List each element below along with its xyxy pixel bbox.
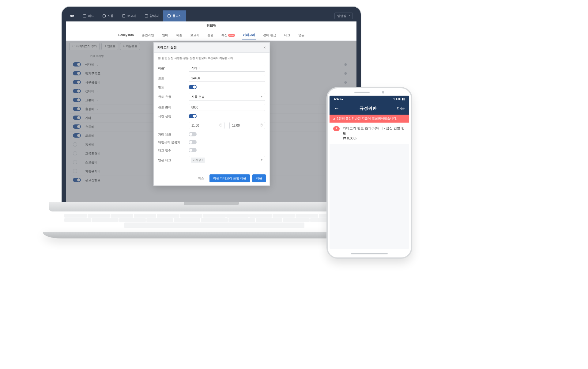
status-signal: •ıl LTE ▮▯	[393, 97, 405, 101]
related-tag-label: 연관 태그	[158, 158, 189, 162]
modal-body: 본 팝업 설정 사항은 공통 설정 사항보다 우선하여 적용됩니다. 이름* 코…	[154, 53, 270, 171]
laptop-mockup: dit 피드 지출 보고서 참석자 폴리시 영업팀 영업팀 Policy Inf…	[61, 6, 368, 238]
limit-label: 한도	[158, 85, 189, 89]
tab-integration[interactable]: 연동	[298, 31, 305, 40]
back-icon[interactable]: ←	[334, 105, 339, 112]
tab-tag[interactable]: 태그	[284, 31, 291, 40]
name-label: 이름*	[158, 66, 189, 70]
laptop-screen-bezel: dit 피드 지출 보고서 참석자 폴리시 영업팀 영업팀 Policy Inf…	[61, 6, 361, 202]
time-to-input[interactable]: 12:00	[229, 122, 265, 129]
time-from-input[interactable]: 11:00	[189, 122, 224, 129]
tab-plan[interactable]: 플랜	[207, 31, 214, 40]
nav-feed[interactable]: 피드	[79, 10, 98, 21]
tab-member[interactable]: 멤버	[161, 31, 169, 40]
document-icon	[122, 14, 125, 17]
camera-icon	[382, 91, 384, 93]
home-indicator	[351, 253, 388, 254]
limit-type-label: 한도 유형	[158, 95, 189, 99]
new-badge: New	[228, 34, 235, 37]
people-icon	[145, 14, 148, 17]
distance-toggle[interactable]	[189, 132, 197, 136]
close-icon[interactable]: ×	[263, 45, 266, 50]
time-toggle[interactable]	[189, 114, 197, 118]
limit-amount-label: 한도 금액	[158, 105, 189, 110]
phone-display: 4:43 ◂ •ıl LTE ▮▯ ← 규정위반 다음 ⊘ 1건의 규정위반된 …	[330, 96, 409, 249]
tag-required-toggle[interactable]	[189, 148, 197, 152]
limit-toggle[interactable]	[189, 85, 197, 89]
laptop-base	[49, 202, 374, 211]
phone-status-bar: 4:43 ◂ •ıl LTE ▮▯	[330, 96, 409, 102]
modal-title: 카테고리 설정	[157, 45, 177, 50]
tab-budget[interactable]: 예산New	[221, 31, 236, 40]
nav-attendee[interactable]: 참석자	[141, 10, 163, 21]
tab-report[interactable]: 보고서	[190, 31, 200, 40]
apply-button[interactable]: 적용	[252, 174, 266, 182]
tag-chip: 미지정×	[191, 158, 205, 163]
violation-count-badge: 1	[333, 126, 340, 131]
violation-text: 카테고리 한도 초과(식대비 - 점심 건별 한도 ₩ 8,000)	[343, 126, 405, 141]
policy-icon	[168, 14, 171, 17]
app-brand: dit	[70, 14, 74, 18]
tab-policy-info[interactable]: Policy Info	[118, 31, 134, 39]
code-input[interactable]	[189, 75, 265, 82]
nav-policy[interactable]: 폴리시	[163, 10, 186, 21]
nondeductible-label: 매입세액 불공제	[158, 140, 189, 145]
modal-description: 본 팝업 설정 사항은 공통 설정 사항보다 우선하여 적용됩니다.	[158, 56, 265, 60]
top-nav: dit 피드 지출 보고서 참석자 폴리시 영업팀	[66, 10, 356, 21]
tab-reimburse[interactable]: 경비 환급	[262, 31, 277, 40]
modal-header: 카테고리 설정 ×	[154, 43, 270, 53]
laptop-keyboard	[64, 214, 364, 232]
tab-category[interactable]: 카테고리	[242, 30, 256, 40]
speaker-icon	[354, 92, 370, 93]
related-tag-select[interactable]: 미지정×	[189, 156, 265, 164]
code-label: 코드	[158, 76, 189, 81]
category-settings-modal: 카테고리 설정 × 본 팝업 설정 사항은 공통 설정 사항보다 우선하여 적용…	[153, 42, 270, 186]
time-separator: -	[226, 124, 227, 127]
phone-app-bar: ← 규정위반 다음	[330, 102, 409, 115]
limit-type-select[interactable]: 지출 건별	[189, 93, 265, 101]
remove-tag-icon[interactable]: ×	[202, 158, 203, 162]
apply-subcategory-button[interactable]: 하위 카테고리 포함 적용	[209, 174, 250, 182]
page-title: 영업팀	[66, 21, 356, 30]
policy-tabs: Policy Info 승인라인 멤버 지출 보고서 플랜 예산New 카테고리…	[66, 30, 356, 40]
name-input[interactable]	[189, 65, 265, 72]
status-time: 4:43 ◂	[334, 97, 343, 101]
phone-bezel: 4:43 ◂ •ıl LTE ▮▯ ← 규정위반 다음 ⊘ 1건의 규정위반된 …	[326, 87, 412, 259]
violation-warning-bar: ⊘ 1건의 규정위반된 지출이 포함되어있습니다.	[330, 115, 409, 123]
limit-amount-input[interactable]	[189, 104, 265, 111]
receipt-icon	[103, 14, 106, 17]
nav-expense[interactable]: 지출	[98, 10, 118, 21]
next-button[interactable]: 다음	[397, 106, 405, 111]
phone-title: 규정위반	[360, 106, 377, 111]
warning-text: 1건의 규정위반된 지출이 포함되어있습니다.	[337, 116, 397, 121]
laptop-display: dit 피드 지출 보고서 참석자 폴리시 영업팀 영업팀 Policy Inf…	[66, 10, 356, 202]
time-label: 시간 설정	[158, 114, 189, 119]
nav-report[interactable]: 보고서	[118, 10, 141, 21]
prohibit-icon: ⊘	[333, 117, 335, 120]
team-selector[interactable]: 영업팀	[334, 13, 353, 19]
distance-label: 거리 체크	[158, 132, 189, 137]
tab-expense[interactable]: 지출	[175, 31, 183, 40]
phone-mockup: 4:43 ◂ •ıl LTE ▮▯ ← 규정위반 다음 ⊘ 1건의 규정위반된 …	[326, 87, 412, 259]
nondeductible-toggle[interactable]	[189, 140, 197, 144]
modal-footer: 취소 하위 카테고리 포함 적용 적용	[154, 171, 270, 185]
tag-required-label: 태그 필수	[158, 148, 189, 153]
cancel-button[interactable]: 취소	[195, 174, 207, 182]
violation-item[interactable]: 1 카테고리 한도 초과(식대비 - 점심 건별 한도 ₩ 8,000)	[330, 123, 409, 144]
tab-approval-line[interactable]: 승인라인	[141, 31, 155, 40]
phone-notch	[330, 91, 409, 94]
list-icon	[83, 14, 86, 17]
